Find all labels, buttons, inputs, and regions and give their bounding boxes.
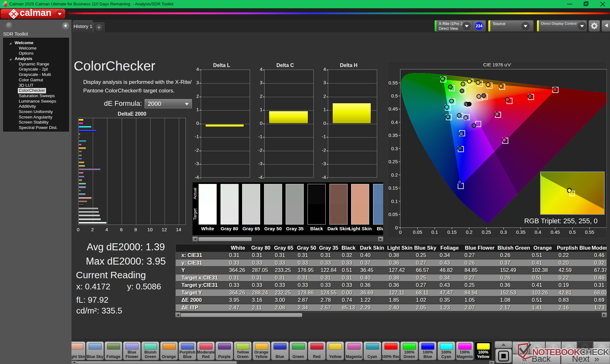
svg-text:0.1: 0.1 [431,229,438,235]
svg-text:0.4: 0.4 [535,229,541,235]
svg-text:0.2: 0.2 [466,229,472,235]
svg-text:0.3: 0.3 [391,146,398,151]
svg-text:0.2: 0.2 [391,172,398,178]
svg-text:0.15: 0.15 [389,185,398,191]
svg-text:RGB Triplet: 255, 255, 0: RGB Triplet: 255, 255, 0 [524,217,598,225]
svg-text:0.55: 0.55 [389,80,398,85]
svg-text:0.05: 0.05 [413,229,422,235]
svg-text:0: 0 [395,225,398,230]
svg-text:0.05: 0.05 [389,212,398,217]
svg-text:0.5: 0.5 [391,93,398,98]
svg-text:0.55: 0.55 [585,229,594,235]
svg-text:0.1: 0.1 [391,199,398,204]
svg-text:0.4: 0.4 [391,119,398,125]
svg-text:0.35: 0.35 [389,132,398,138]
svg-text:0.45: 0.45 [551,229,560,235]
svg-text:CIE 1976 u'v': CIE 1976 u'v' [483,62,511,67]
svg-text:0.25: 0.25 [482,229,491,235]
svg-text:0.15: 0.15 [447,229,457,235]
svg-text:0.3: 0.3 [500,229,507,235]
svg-text:0.35: 0.35 [516,229,525,235]
svg-text:0.45: 0.45 [389,106,398,111]
svg-text:0: 0 [399,229,402,235]
svg-text:0.25: 0.25 [389,159,398,164]
svg-text:0.5: 0.5 [569,229,576,235]
